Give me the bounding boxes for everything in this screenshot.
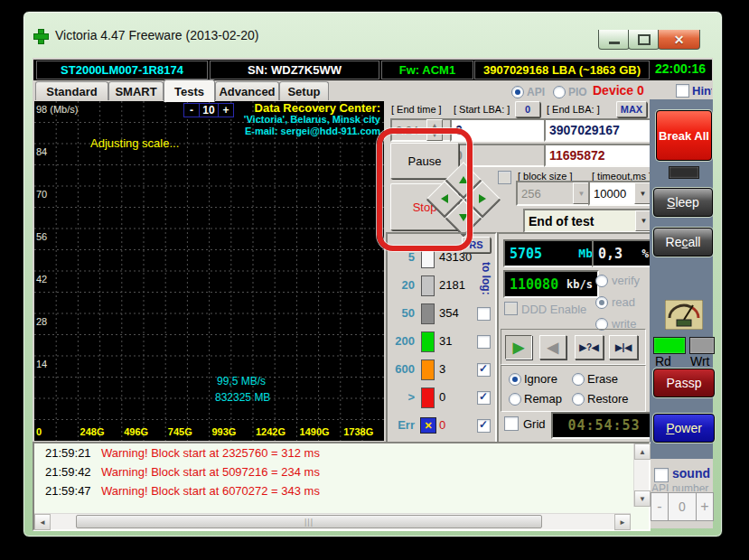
maximize-button[interactable]: [628, 30, 660, 50]
log-panel[interactable]: ▲ ▼ ◄ ► ||| 21:59:21Warning! Block start…: [33, 442, 651, 531]
current-lba-value: 11695872: [549, 148, 605, 163]
backward-scan-button[interactable]: ◀: [539, 335, 566, 359]
scan-end-button[interactable]: ▶|◀: [609, 335, 638, 359]
end-lba-input[interactable]: 3907029167: [544, 118, 656, 142]
read-led: [653, 337, 686, 354]
info-box-2: Fw: ACM1: [381, 61, 473, 79]
latency-label-Err: Err: [389, 418, 415, 432]
gauge-icon: [665, 300, 703, 330]
tab-smart[interactable]: SMART: [108, 81, 164, 100]
scroll-right-button[interactable]: ►: [614, 514, 631, 530]
api-number-label: API number: [651, 482, 711, 491]
banner-title: Data Recovery Center:: [244, 102, 380, 114]
read-led-label: Rd: [655, 354, 671, 369]
latency-log-checkbox-Err[interactable]: [477, 419, 491, 433]
latency-log-checkbox-600[interactable]: [477, 363, 491, 377]
stepper-minus-button[interactable]: -: [651, 493, 669, 520]
scanned-mb-lcd: 5705 Mb: [503, 239, 599, 267]
scale-minus-button[interactable]: -: [184, 104, 200, 117]
value-stepper: - 0 +: [651, 492, 714, 521]
latency-log-checkbox-200[interactable]: [477, 335, 491, 349]
latency-block-50: [421, 303, 435, 324]
grid-checkbox[interactable]: [504, 416, 519, 431]
graph-status-text: Adjusting scale...: [90, 136, 179, 150]
remap-radio[interactable]: [509, 393, 521, 406]
log-row: 21:59:21Warning! Block start at 2325760 …: [34, 446, 649, 465]
tab-advanced[interactable]: Advanced: [215, 81, 279, 100]
speed-graph: - 10 + Data Recovery Center: 'Victoria',…: [34, 101, 384, 441]
ignore-radio[interactable]: [509, 373, 521, 386]
y-tick-98: 98 (Mb/s): [36, 104, 78, 115]
latency-count-20: 2181: [439, 278, 465, 292]
current-position-text: 832325 MB: [215, 391, 270, 404]
clock: 22:00:16: [651, 61, 709, 76]
x-tick-1490G: 1490G: [300, 426, 330, 437]
banner-city: 'Victoria', Belarus, Minsk city: [244, 114, 380, 126]
scan-question-button[interactable]: ▶?◀: [575, 335, 604, 359]
log-time: 21:59:21: [45, 446, 91, 460]
block-size-combo[interactable]: 256: [516, 181, 595, 206]
sound-checkbox[interactable]: [654, 468, 669, 482]
info-box-3: 3907029168 LBA (~1863 GB): [474, 61, 650, 79]
break-all-button[interactable]: Break All: [656, 110, 712, 161]
api-radio[interactable]: [511, 86, 524, 98]
close-icon: ✕: [674, 33, 685, 47]
ddd-enable-checkbox[interactable]: [504, 302, 518, 315]
timeout-combo[interactable]: 10000: [588, 181, 657, 206]
power-button[interactable]: Power: [653, 414, 715, 443]
tab-tests[interactable]: Tests: [164, 79, 215, 102]
backward-scan-button-icon: ◀: [548, 339, 558, 356]
start-scan-button[interactable]: ▶: [505, 335, 532, 359]
remap-label: Remap: [524, 392, 562, 406]
erase-label: Erase: [587, 372, 618, 386]
block-size-value: 256: [521, 187, 541, 201]
percent-lcd: 0,3 %: [592, 239, 655, 267]
passp-button[interactable]: Passp: [653, 369, 715, 397]
latency-log-checkbox-50[interactable]: [477, 307, 491, 321]
max-lba-button[interactable]: MAX: [616, 101, 647, 117]
scroll-left-button[interactable]: ◄: [34, 514, 51, 530]
stepper-plus-button[interactable]: +: [696, 493, 713, 520]
start-lba-zero-button[interactable]: 0: [515, 101, 540, 117]
latency-block-600: [421, 359, 435, 380]
err-icon: ✕: [420, 417, 436, 434]
elapsed-timer-lcd: 04:54:53: [551, 412, 657, 439]
latency-count-200: 31: [439, 334, 452, 348]
sleep-button[interactable]: Sleep: [653, 188, 713, 217]
recall-button[interactable]: Recall: [653, 228, 713, 257]
latency-count-Err: 0: [439, 418, 445, 432]
end-action-combo[interactable]: End of test: [523, 209, 658, 233]
verify-radio[interactable]: [595, 275, 608, 287]
sleep-label-u: S: [667, 195, 675, 210]
log-row: 21:59:47Warning! Block start at 6070272 …: [34, 484, 649, 503]
read-radio[interactable]: [595, 296, 608, 309]
log-message: Warning! Block start at 6070272 = 343 ms: [101, 484, 320, 498]
title-bar: Victoria 4.47 Freeware (2013-02-20): [33, 22, 665, 49]
banner-email: E-mail: sergei@hdd-911.com: [244, 126, 380, 137]
pio-radio[interactable]: [553, 86, 566, 98]
restore-radio[interactable]: [572, 393, 585, 406]
hscroll-thumb[interactable]: |||: [76, 515, 542, 528]
scale-plus-button[interactable]: +: [219, 104, 233, 117]
latency-log-checkbox->[interactable]: [477, 391, 491, 405]
close-button[interactable]: ✕: [658, 30, 700, 50]
info-box-1: SN: WDZ7K5WW: [210, 61, 379, 79]
busy-led: [669, 166, 699, 179]
scale-value: 10: [200, 104, 219, 117]
hints-checkbox[interactable]: [676, 84, 689, 98]
graph-scale-control: - 10 +: [183, 103, 234, 117]
tab-setup[interactable]: Setup: [279, 81, 329, 100]
x-tick-1242G: 1242G: [256, 426, 286, 437]
sound-label: sound: [672, 466, 710, 481]
tab-standard[interactable]: Standard: [35, 81, 108, 100]
timeout-value: 10000: [594, 187, 626, 201]
x-tick-745G: 745G: [168, 426, 192, 437]
block-size-checkbox[interactable]: [498, 171, 511, 184]
api-label: API: [527, 86, 545, 98]
x-tick-0: 0: [36, 426, 42, 437]
power-label-post: ower: [674, 421, 701, 435]
erase-radio[interactable]: [572, 373, 585, 386]
minimize-button[interactable]: [598, 30, 630, 50]
log-hscrollbar[interactable]: ◄ ► |||: [34, 513, 631, 529]
elapsed-timer-value: 04:54:53: [567, 417, 640, 434]
